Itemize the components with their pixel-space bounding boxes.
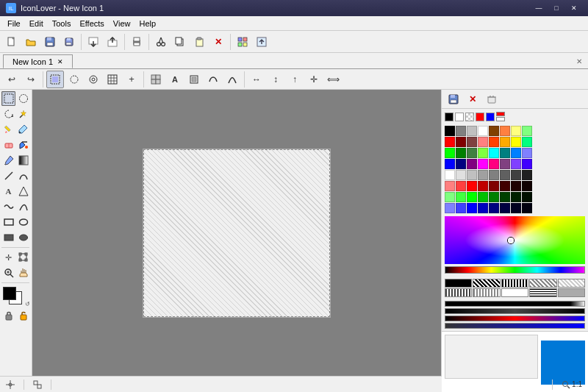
arc-tool[interactable] [16, 199, 30, 214]
color-cell-25[interactable] [456, 159, 466, 169]
pan-all-button[interactable]: ✛ [305, 71, 323, 88]
fg-color-swatch[interactable] [476, 113, 484, 121]
minimize-button[interactable]: — [531, 2, 547, 14]
select-rect-tool[interactable] [1, 91, 15, 106]
zoom-tool[interactable] [1, 266, 15, 280]
color-cell-46[interactable] [511, 181, 521, 191]
pattern-5[interactable] [558, 279, 585, 288]
gradient-bar-3[interactable] [445, 316, 585, 321]
print-button[interactable] [128, 33, 146, 51]
copy-button[interactable] [171, 33, 189, 51]
color-cell-50[interactable] [467, 192, 477, 202]
redo-button[interactable]: ↪ [22, 71, 40, 88]
color-cell-24[interactable] [445, 159, 455, 169]
pattern-2[interactable] [473, 279, 500, 288]
cut-button[interactable] [152, 33, 170, 51]
menu-tools[interactable]: Tools [48, 16, 76, 31]
color-cell-7[interactable] [522, 126, 532, 136]
pattern-8[interactable] [501, 288, 528, 297]
select-all-button[interactable] [46, 71, 64, 88]
color-cell-10[interactable] [467, 137, 477, 147]
new-button[interactable] [3, 33, 21, 51]
move-up-button[interactable]: ↑ [286, 71, 304, 88]
delete-button[interactable]: ✕ [209, 33, 227, 51]
pattern-9[interactable] [529, 288, 556, 297]
color-cell-35[interactable] [478, 170, 488, 180]
color-cell-5[interactable] [500, 126, 510, 136]
color-cell-27[interactable] [478, 159, 488, 169]
line-tool[interactable] [1, 168, 15, 183]
hand-tool[interactable] [16, 266, 30, 280]
pattern-10[interactable] [558, 288, 585, 297]
color-cell-23[interactable] [522, 148, 532, 158]
reset-colors-icon[interactable]: ↺ [25, 301, 30, 307]
color-cell-9[interactable] [456, 137, 466, 147]
gradient-bar-4[interactable] [445, 323, 585, 329]
color-cell-45[interactable] [500, 181, 510, 191]
crosshair-button[interactable]: + [123, 71, 140, 88]
tab-close-button[interactable]: ✕ [57, 58, 63, 65]
color-cell-60[interactable] [489, 203, 499, 213]
color-cell-47[interactable] [522, 181, 532, 191]
maximize-button[interactable]: □ [548, 2, 564, 14]
pattern-3[interactable] [501, 279, 528, 288]
paste-button[interactable] [190, 33, 208, 51]
color-cell-6[interactable] [511, 126, 521, 136]
unlock-tool[interactable] [16, 308, 30, 323]
tab-new-icon-1[interactable]: New Icon 1 ✕ [3, 54, 73, 68]
gradient-bar-2[interactable] [445, 308, 585, 314]
color-cell-57[interactable] [456, 203, 466, 213]
color-cell-2[interactable] [467, 126, 477, 136]
menu-edit[interactable]: Edit [25, 16, 48, 31]
color-cell-33[interactable] [456, 170, 466, 180]
color-cell-39[interactable] [522, 170, 532, 180]
grid-button[interactable] [104, 71, 121, 88]
flip-h-button[interactable]: ↔ [248, 71, 265, 88]
color-cell-20[interactable] [489, 148, 499, 158]
pattern-7[interactable] [473, 288, 500, 297]
curve-tool[interactable] [16, 168, 30, 183]
arc-button[interactable] [223, 71, 241, 88]
magic-wand-tool[interactable] [16, 107, 30, 121]
foreground-color-swatch[interactable] [3, 287, 16, 300]
text-tool[interactable]: A [1, 184, 15, 199]
color-cell-14[interactable] [511, 137, 521, 147]
move-lr-button[interactable]: ⟺ [324, 71, 342, 88]
shape-tool[interactable] [16, 184, 30, 199]
rect-fill-tool[interactable] [1, 230, 15, 245]
bezier-button[interactable] [204, 71, 222, 88]
text-tool-2[interactable]: A [166, 71, 184, 88]
bg-color-swatch[interactable] [486, 113, 495, 121]
color-cell-15[interactable] [522, 137, 532, 147]
ellipse-select-button[interactable] [65, 71, 83, 88]
eyedropper-tool[interactable] [1, 153, 15, 168]
color-cell-16[interactable] [445, 148, 455, 158]
color-cell-42[interactable] [467, 181, 477, 191]
save-button[interactable] [41, 33, 59, 51]
transparent-swatch[interactable] [465, 113, 474, 121]
close-button[interactable]: ✕ [566, 2, 582, 14]
lock-tool[interactable] [1, 308, 15, 323]
icon-manager-button[interactable] [234, 33, 251, 51]
transform-tool-2[interactable] [16, 250, 30, 265]
transform-button[interactable] [185, 71, 203, 88]
color-cell-44[interactable] [489, 181, 499, 191]
color-cell-62[interactable] [511, 203, 521, 213]
color-cell-38[interactable] [511, 170, 521, 180]
delete-color-button[interactable]: ✕ [464, 90, 481, 108]
color-cell-56[interactable] [445, 203, 455, 213]
color-cell-40[interactable] [445, 181, 455, 191]
arrange-button[interactable] [147, 71, 165, 88]
extract-button[interactable] [253, 33, 270, 51]
color-cell-31[interactable] [522, 159, 532, 169]
move-tool[interactable]: ✛ [1, 250, 15, 265]
color-cell-63[interactable] [522, 203, 532, 213]
color-cell-37[interactable] [500, 170, 510, 180]
lasso-tool[interactable] [1, 107, 15, 121]
color-cell-34[interactable] [467, 170, 477, 180]
menu-file[interactable]: File [3, 16, 25, 31]
color-cell-18[interactable] [467, 148, 477, 158]
select-ellipse-tool[interactable] [16, 91, 30, 106]
filter-button[interactable] [85, 71, 102, 88]
flip-v-button[interactable]: ↕ [267, 71, 284, 88]
